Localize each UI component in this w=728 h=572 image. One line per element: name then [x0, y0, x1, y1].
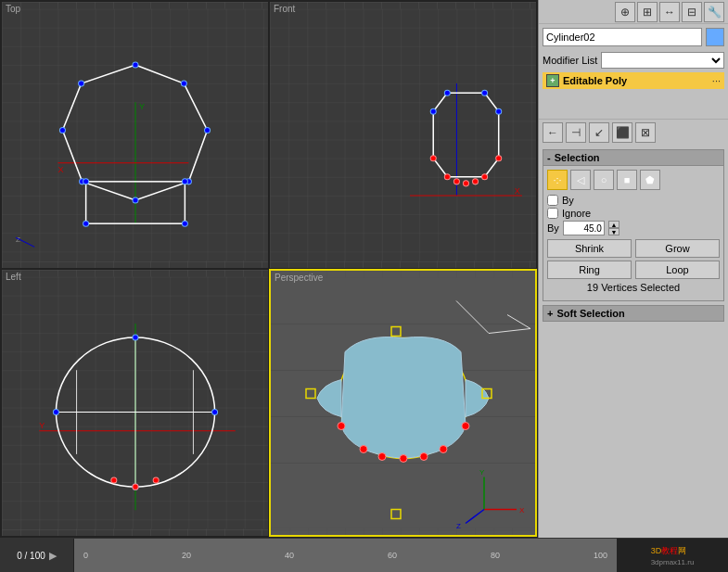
snap-icon[interactable]: ⊕ [615, 2, 635, 22]
svg-point-29 [453, 179, 459, 184]
shrink-btn[interactable]: Shrink [547, 239, 632, 258]
svg-point-66 [440, 446, 447, 453]
sub-object-toolbar: ← ⊣ ↙ ⬛ ⊠ [539, 119, 728, 146]
viewport-perspective[interactable]: Perspective [269, 269, 537, 537]
mark-20: 20 [182, 551, 191, 560]
svg-point-63 [378, 453, 386, 461]
svg-point-48 [212, 410, 218, 415]
sub-object-icon-4[interactable]: ⬛ [612, 122, 632, 143]
svg-point-50 [53, 410, 58, 415]
frame-counter: 0 / 100 [17, 551, 45, 561]
watermark: 3D教程网 3dpmax11.ru [651, 545, 695, 566]
frame-scroll-icon[interactable]: ▶ [49, 550, 57, 562]
shrink-grow-row: Shrink Grow [547, 239, 720, 258]
svg-text:Y: Y [39, 421, 45, 430]
svg-point-53 [153, 477, 159, 483]
svg-point-36 [482, 90, 488, 95]
mirror-icon[interactable]: ↔ [659, 2, 680, 22]
sub-object-icon-2[interactable]: ⊣ [566, 122, 586, 143]
mark-60: 60 [388, 551, 397, 560]
sub-object-icon-1[interactable]: ← [543, 122, 563, 143]
timeline-ruler[interactable]: 0 20 40 60 80 100 [74, 539, 617, 572]
svg-point-16 [59, 127, 65, 133]
svg-point-17 [79, 81, 84, 86]
polygon-mode-icon[interactable]: ■ [617, 170, 637, 190]
viewport-left[interactable]: Left Y [1, 269, 269, 537]
ignore-checkbox[interactable] [547, 208, 558, 219]
svg-point-51 [111, 477, 117, 483]
viewport-top[interactable]: Top X Y Z [1, 1, 269, 269]
render-icon[interactable]: 🔧 [704, 2, 724, 22]
viewport-perspective-label: Perspective [275, 273, 323, 283]
svg-text:X: X [519, 506, 525, 515]
selection-panel-header: - Selection [543, 150, 723, 166]
svg-point-52 [133, 484, 138, 489]
modifier-item-icon: + [546, 74, 559, 87]
svg-point-18 [83, 179, 89, 184]
svg-point-62 [400, 455, 407, 463]
by-checkbox[interactable] [547, 195, 558, 206]
svg-point-10 [133, 62, 138, 68]
mark-40: 40 [285, 551, 294, 560]
vertex-mode-icon[interactable]: ·:· [547, 170, 568, 190]
svg-point-37 [430, 108, 436, 114]
viewport-top-label: Top [6, 4, 20, 14]
by-spinner: ▲ ▼ [608, 221, 619, 235]
modifier-item-dots: ··· [712, 75, 721, 86]
selection-panel-title: Selection [555, 152, 600, 163]
by-checkbox-row: By [547, 195, 720, 206]
mark-80: 80 [491, 551, 500, 560]
edge-mode-icon[interactable]: ◁ [570, 170, 591, 190]
loop-btn[interactable]: Loop [635, 261, 720, 279]
ignore-label: Ignore [562, 208, 591, 219]
timeline-area[interactable]: 0 20 40 60 80 100 [74, 539, 617, 572]
element-mode-icon[interactable]: ⬟ [640, 170, 660, 190]
svg-point-65 [360, 446, 367, 453]
svg-point-20 [83, 221, 89, 226]
name-bar [539, 24, 728, 50]
ruler-marks: 0 20 40 60 80 100 [83, 551, 607, 560]
svg-point-19 [182, 179, 187, 184]
ring-btn[interactable]: Ring [547, 261, 632, 279]
svg-text:Y: Y [139, 102, 145, 111]
svg-point-31 [473, 179, 479, 184]
selection-mode-icons: ·:· ◁ ○ ■ ⬟ [547, 170, 720, 190]
svg-point-34 [496, 156, 502, 161]
svg-point-33 [430, 156, 436, 161]
svg-point-28 [444, 174, 450, 180]
object-color-box[interactable] [706, 28, 724, 46]
array-icon[interactable]: ⊟ [682, 2, 702, 22]
svg-point-38 [496, 108, 502, 114]
editable-poly-item[interactable]: + Editable Poly ··· [543, 72, 724, 89]
svg-point-11 [181, 81, 186, 86]
sub-object-icon-3[interactable]: ↙ [589, 122, 609, 143]
soft-selection-header[interactable]: + Soft Selection [543, 305, 724, 322]
soft-selection-expand-icon: + [547, 308, 553, 319]
svg-point-35 [444, 90, 450, 95]
by-value-input[interactable] [563, 221, 605, 235]
align-icon[interactable]: ⊞ [637, 2, 658, 22]
selection-panel-body: ·:· ◁ ○ ■ ⬟ By Ignore By [543, 166, 723, 300]
by-spinner-down[interactable]: ▼ [608, 228, 619, 235]
by-value-label: By [547, 222, 559, 234]
svg-text:X: X [515, 186, 520, 196]
by-value-row: By ▲ ▼ [547, 221, 720, 235]
svg-point-30 [463, 181, 468, 186]
soft-selection-label: Soft Selection [556, 308, 624, 319]
svg-point-14 [133, 197, 138, 203]
selection-collapse-btn[interactable]: - [547, 152, 551, 163]
ignore-checkbox-row: Ignore [547, 208, 720, 219]
bottom-bar: 0 / 100 ▶ 0 20 40 60 80 100 3D教程网 3dpmax… [0, 538, 728, 572]
svg-point-64 [420, 453, 428, 461]
svg-point-12 [205, 127, 211, 133]
modifier-dropdown[interactable] [601, 52, 724, 69]
svg-point-68 [462, 423, 469, 430]
svg-text:Y: Y [479, 468, 485, 477]
sub-object-icon-5[interactable]: ⊠ [635, 122, 656, 143]
object-name-input[interactable] [543, 28, 702, 46]
border-mode-icon[interactable]: ○ [594, 170, 614, 190]
by-spinner-up[interactable]: ▲ [608, 221, 619, 228]
viewport-front[interactable]: Front 焊好后 X [269, 1, 537, 269]
grow-btn[interactable]: Grow [635, 239, 720, 258]
ring-loop-row: Ring Loop [547, 261, 720, 279]
